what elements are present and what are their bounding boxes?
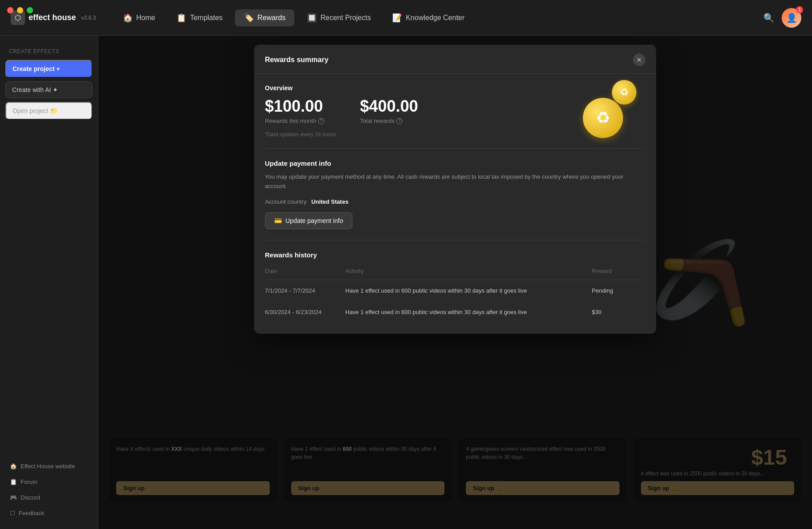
recent-projects-icon: 🔲	[307, 13, 317, 23]
modal-overlay: Rewards summary ✕ Overview $100.00	[98, 36, 812, 529]
account-country-value: United States	[311, 198, 348, 205]
website-icon: 🏠	[10, 463, 17, 470]
create-project-button[interactable]: Create project +	[5, 60, 92, 78]
sidebar-discord-label: Discord	[21, 494, 40, 501]
search-button[interactable]: 🔍	[763, 13, 774, 23]
topbar-right: 🔍 👤 1	[763, 8, 801, 28]
topbar: ⬡ effect house v3.6.3 🏠 Home 📋 Templates…	[0, 0, 812, 36]
rewards-this-month-block: $100.00 Rewards this month ?	[265, 97, 324, 124]
forum-icon: 📋	[10, 479, 17, 485]
rewards-this-month-label: Rewards this month ?	[265, 118, 324, 124]
sidebar-feedback-label: Feedback	[19, 510, 44, 516]
update-payment-label: Update payment info	[285, 217, 343, 224]
history-reward-0: Pending	[592, 280, 645, 301]
close-icon: ✕	[636, 56, 642, 63]
create-ai-button[interactable]: Create with AI ✦	[5, 81, 92, 98]
discord-icon: 🎮	[10, 494, 17, 501]
col-activity: Activity	[345, 264, 592, 280]
maximize-button[interactable]	[27, 7, 33, 13]
minimize-button[interactable]	[17, 7, 23, 13]
close-button[interactable]	[7, 7, 13, 13]
history-row: 7/1/2024 - 7/7/2024 Have 1 effect used i…	[265, 280, 645, 301]
modal-close-button[interactable]: ✕	[633, 54, 645, 66]
total-rewards-help-icon[interactable]: ?	[396, 118, 402, 124]
sidebar-forum-label: Forum	[21, 479, 38, 485]
update-payment-button[interactable]: 💳 Update payment info	[265, 212, 352, 229]
nav-templates[interactable]: 📋 Templates	[167, 9, 231, 26]
col-date: Date	[265, 264, 345, 280]
overview-section: Overview $100.00 Rewards this month ? $4	[265, 84, 645, 149]
nav-recent-projects-label: Recent Projects	[320, 14, 371, 22]
rewards-modal: Rewards summary ✕ Overview $100.00	[254, 45, 656, 334]
history-section: Rewards history Date Activity Reward	[265, 240, 645, 323]
coins-decoration: ♻ ♻	[583, 80, 636, 138]
total-rewards-label: Total rewards ?	[360, 118, 418, 124]
templates-icon: 📋	[176, 13, 186, 23]
sidebar-item-forum[interactable]: 📋 Forum	[5, 475, 92, 489]
history-table: Date Activity Reward 7/1/2024 - 7/7/2024…	[265, 264, 645, 323]
sidebar: Create effects Create project + Create w…	[0, 36, 98, 529]
open-project-button[interactable]: Open project 📁	[5, 102, 92, 120]
content-area: 🪃 Have X effects used in XXX unique dail…	[98, 36, 812, 529]
history-row: 6/30/2024 - 6/23/2024 Have 1 effect used…	[265, 301, 645, 323]
nav-home-label: Home	[136, 14, 155, 22]
nav-rewards[interactable]: 🏷️ Rewards	[235, 9, 294, 26]
sidebar-item-feedback[interactable]: ☐ Feedback	[5, 506, 92, 520]
sidebar-bottom: 🏠 Effect House website 📋 Forum 🎮 Discord…	[5, 459, 92, 520]
avatar[interactable]: 👤 1	[782, 8, 801, 28]
nav-knowledge-center[interactable]: 📝 Knowledge Center	[383, 9, 473, 26]
history-activity-0: Have 1 effect used in 600 public videos …	[345, 280, 592, 301]
history-activity-1: Have 1 effect used in 600 public videos …	[345, 301, 592, 323]
home-icon: 🏠	[123, 13, 133, 23]
sidebar-section-label: Create effects	[5, 45, 92, 56]
app-version: v3.6.3	[81, 15, 96, 21]
main-nav: 🏠 Home 📋 Templates 🏷️ Rewards 🔲 Recent P…	[114, 9, 763, 26]
total-rewards-block: $400.00 Total rewards ?	[360, 97, 418, 124]
traffic-lights	[7, 7, 33, 13]
avatar-badge: 1	[796, 6, 803, 13]
sidebar-website-label: Effect House website	[21, 463, 75, 470]
modal-body: Overview $100.00 Rewards this month ? $4	[254, 74, 656, 334]
account-country: Account country United States	[265, 198, 645, 205]
nav-knowledge-label: Knowledge Center	[406, 14, 465, 22]
sidebar-item-effect-house-website[interactable]: 🏠 Effect House website	[5, 459, 92, 473]
modal-header: Rewards summary ✕	[254, 45, 656, 74]
sidebar-item-discord[interactable]: 🎮 Discord	[5, 491, 92, 504]
nav-home[interactable]: 🏠 Home	[114, 9, 164, 26]
wallet-icon: 💳	[274, 217, 282, 224]
payment-description: You may update your payment method at an…	[265, 172, 645, 191]
col-reward: Reward	[592, 264, 645, 280]
coin-big: ♻	[583, 98, 623, 138]
history-date-0: 7/1/2024 - 7/7/2024	[265, 280, 345, 301]
feedback-icon: ☐	[10, 510, 15, 516]
rewards-month-help-icon[interactable]: ?	[318, 118, 324, 124]
nav-rewards-label: Rewards	[257, 14, 285, 22]
payment-section-title: Update payment info	[265, 160, 645, 167]
nav-recent-projects[interactable]: 🔲 Recent Projects	[298, 9, 380, 26]
payment-info-section: Update payment info You may update your …	[265, 160, 645, 229]
modal-title: Rewards summary	[265, 56, 328, 64]
total-rewards-value: $400.00	[360, 97, 418, 116]
nav-templates-label: Templates	[190, 14, 222, 22]
main-layout: Create effects Create project + Create w…	[0, 36, 812, 529]
history-table-header: Date Activity Reward	[265, 264, 645, 280]
history-reward-1: $30	[592, 301, 645, 323]
coin-small: ♻	[612, 80, 636, 105]
app-name: effect house	[29, 13, 76, 22]
rewards-icon: 🏷️	[244, 13, 254, 23]
knowledge-icon: 📝	[392, 13, 402, 23]
history-title: Rewards history	[265, 251, 645, 259]
rewards-this-month-value: $100.00	[265, 97, 324, 116]
history-date-1: 6/30/2024 - 6/23/2024	[265, 301, 345, 323]
